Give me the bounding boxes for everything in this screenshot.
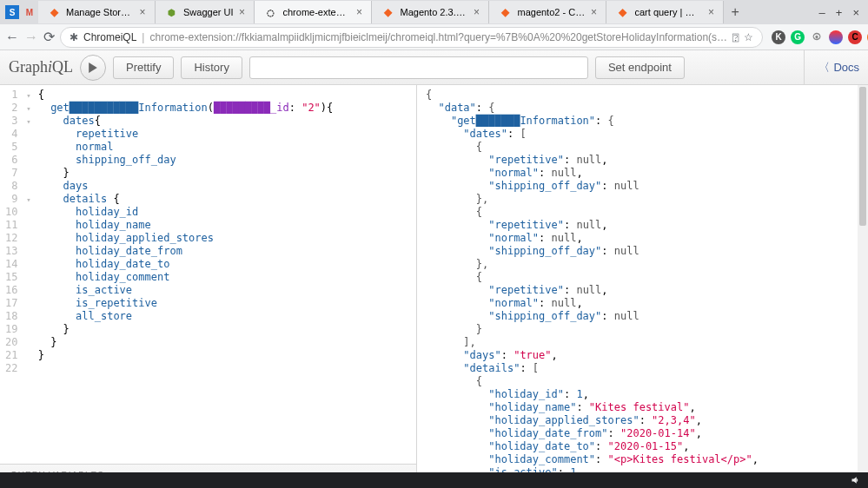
query-code[interactable]: { get███████████Information(█████████_id… [38, 89, 342, 375]
play-icon [88, 63, 98, 73]
extension-icons: K G ⦿ C [768, 30, 868, 44]
gmail-icon[interactable]: M [23, 5, 36, 19]
set-endpoint-button[interactable]: Set endpoint [595, 56, 685, 79]
docs-button[interactable]: 〈 Docs [804, 50, 859, 84]
ext-icon[interactable]: C [848, 30, 862, 44]
translate-icon[interactable]: ⍰ [732, 31, 739, 43]
url-origin: ChromeiQL [83, 31, 136, 43]
close-icon[interactable]: × [236, 7, 247, 17]
tab-title: Magento 2.3.3 Gettin… [400, 7, 467, 17]
browser-nav-bar: ← → ⟳ ✱ ChromeiQL | chrome-extension://f… [0, 24, 868, 50]
result-viewer[interactable]: { "data": { "get███████Information": { "… [417, 85, 868, 488]
scrollbar[interactable] [858, 85, 868, 488]
close-icon[interactable]: × [137, 7, 148, 17]
ext-icon[interactable]: ⦿ [810, 30, 824, 44]
reload-button[interactable]: ⟳ [43, 28, 55, 47]
close-icon[interactable]: × [471, 7, 481, 17]
tab-title: Swagger UI [183, 7, 233, 17]
url-text: chrome-extension://fkkiamalmpiidkljmicmj… [149, 31, 727, 43]
close-icon[interactable]: × [706, 7, 716, 17]
result-code: { "data": { "get███████Information": { "… [417, 89, 767, 488]
graphiql-title: GraphiQL [9, 58, 73, 76]
back-button[interactable]: ← [5, 28, 19, 47]
result-pane: { "data": { "get███████Information": { "… [417, 85, 868, 488]
execute-button[interactable] [80, 55, 106, 81]
new-tab-button[interactable]: + [724, 4, 745, 20]
volume-icon[interactable] [851, 475, 861, 485]
browser-tab[interactable]: ◆ Manage Store / Mage… × [38, 1, 156, 23]
chevron-left-icon: 〈 [818, 60, 830, 76]
forward-button[interactable]: → [24, 28, 38, 47]
magento-icon: ◆ [498, 5, 512, 19]
magento-icon: ◆ [47, 5, 61, 19]
line-gutter: 1 ▾2 ▾3 ▾4 5 6 7 8 9 ▾10 11 12 13 14 15 … [0, 89, 38, 375]
ext-icon[interactable]: K [772, 30, 785, 44]
close-icon[interactable]: × [588, 7, 599, 17]
tab-title: Manage Store / Mage… [66, 7, 134, 17]
magento-icon: ◆ [381, 5, 394, 19]
ext-icon[interactable] [829, 30, 843, 44]
browser-tab[interactable]: ⬢ Swagger UI × [156, 1, 255, 23]
minimize-button[interactable]: – [818, 6, 827, 19]
magento-icon: ◆ [615, 5, 629, 19]
ext-icon[interactable]: G [791, 30, 805, 44]
close-window-button[interactable]: × [851, 6, 861, 19]
browser-tab[interactable]: ◆ magento2 - Create a c… × [489, 1, 606, 23]
history-button[interactable]: History [181, 56, 242, 79]
tab-title: cart query | Magento… [634, 7, 702, 17]
loading-icon: ◌ [263, 5, 277, 19]
prettify-button[interactable]: Prettify [113, 56, 174, 79]
site-lock-icon: ✱ [70, 31, 78, 43]
close-icon[interactable]: × [354, 7, 364, 17]
browser-tab[interactable]: ◆ Magento 2.3.3 Gettin… × [372, 1, 489, 23]
swagger-icon: ⬢ [164, 5, 178, 19]
graphiql-toolbar: GraphiQL Prettify History Set endpoint 〈… [0, 50, 868, 85]
tab-title: magento2 - Create a c… [517, 7, 585, 17]
query-pane: 1 ▾2 ▾3 ▾4 5 6 7 8 9 ▾10 11 12 13 14 15 … [0, 85, 417, 488]
pinned-tab-icon[interactable]: S [5, 5, 19, 19]
tab-title: chrome-extension://fki… [282, 7, 350, 17]
endpoint-input[interactable] [249, 56, 588, 79]
bookmark-icon[interactable]: ☆ [744, 31, 753, 43]
window-controls: – + × [811, 6, 868, 19]
browser-tab[interactable]: ◆ cart query | Magento… × [606, 1, 724, 23]
url-bar[interactable]: ✱ ChromeiQL | chrome-extension://fkkiama… [60, 27, 763, 48]
maximize-button[interactable]: + [834, 6, 845, 19]
os-taskbar [0, 472, 868, 488]
browser-tab-active[interactable]: ◌ chrome-extension://fki… × [255, 1, 372, 23]
editor-area: 1 ▾2 ▾3 ▾4 5 6 7 8 9 ▾10 11 12 13 14 15 … [0, 85, 868, 488]
query-editor[interactable]: 1 ▾2 ▾3 ▾4 5 6 7 8 9 ▾10 11 12 13 14 15 … [0, 85, 416, 379]
browser-tabs: S M ◆ Manage Store / Mage… × ⬢ Swagger U… [0, 0, 868, 24]
